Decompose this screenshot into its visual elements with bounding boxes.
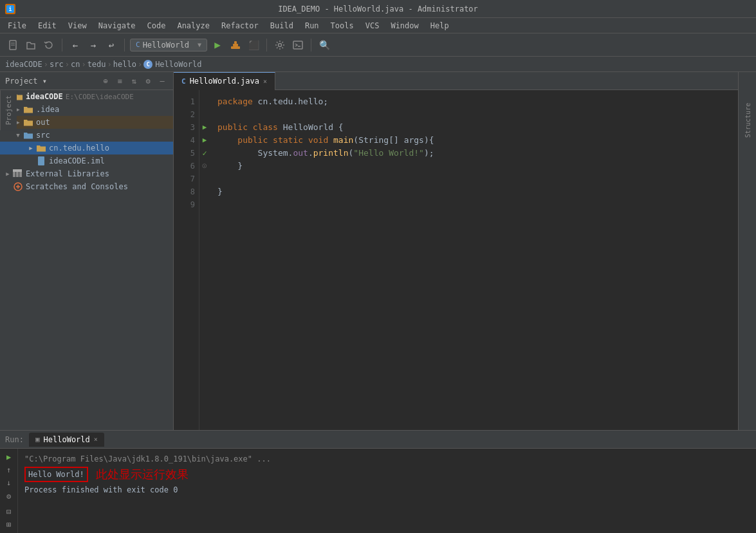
new-file-button[interactable]: [5, 37, 21, 53]
run-output: "C:\Program Files\Java\jdk1.8.0_191\bin\…: [18, 449, 756, 533]
toolbar: ← → ↩ C HelloWorld ▼ ▶ ⬛ 🔍: [0, 33, 756, 57]
run-label: Run:: [5, 435, 24, 444]
terminal-button[interactable]: [290, 37, 306, 53]
window-title: IDEA_DEMO - HelloWorld.java - Administra…: [0, 5, 756, 14]
java-class-icon: C: [143, 60, 152, 69]
run-tab-helloworld[interactable]: ▣ HelloWorld ×: [29, 433, 104, 447]
tree-item-idea[interactable]: ▶ .idea: [0, 103, 173, 116]
tree-item-src[interactable]: ▼ src: [0, 129, 173, 142]
svg-point-8: [279, 43, 282, 46]
run-tab-label: HelloWorld: [44, 435, 90, 444]
menu-run[interactable]: Run: [300, 20, 324, 32]
project-panel-icons: ⊕ ≡ ⇅ ⚙ —: [100, 75, 168, 87]
menu-view[interactable]: View: [63, 20, 92, 32]
run-config-dropdown[interactable]: C HelloWorld ▼: [130, 39, 207, 51]
svg-rect-6: [233, 44, 238, 46]
run-button[interactable]: ▶: [210, 37, 225, 53]
run-settings-button[interactable]: ⚙: [2, 491, 16, 502]
folder-icon-extlibs: [13, 169, 23, 179]
stop-button[interactable]: ⬛: [246, 37, 261, 53]
hello-world-output: Hello World!: [24, 467, 88, 482]
folder-icon-src: [23, 130, 33, 140]
tree-arrow-extlibs: ▶: [3, 171, 13, 177]
main-area: Project ▾ ⊕ ≡ ⇅ ⚙ — ▼ ideaCODE E:\C: [0, 72, 756, 533]
run-tabs: Run: ▣ HelloWorld ×: [0, 431, 756, 449]
refresh-button[interactable]: [41, 37, 57, 53]
code-line-2: [217, 108, 730, 121]
menu-bar: File Edit View Navigate Code Analyze Ref…: [0, 18, 756, 33]
tree-label-iml: ideaCODE.iml: [49, 156, 105, 165]
tree-label-src: src: [36, 131, 50, 140]
toolbar-sep-3: [266, 39, 267, 51]
tree-item-extlibs[interactable]: ▶ External Libraries: [0, 167, 173, 180]
toolbar-sep-4: [311, 39, 311, 51]
tree-item-ideacode[interactable]: ▼ ideaCODE E:\CODE\ideaCODE: [0, 90, 173, 103]
breadcrumb-ideacode[interactable]: ideaCODE: [5, 60, 42, 69]
menu-navigate[interactable]: Navigate: [93, 20, 141, 32]
run-filter-button[interactable]: ⊟: [2, 506, 16, 518]
search-button[interactable]: 🔍: [317, 37, 332, 53]
back-button[interactable]: ←: [68, 37, 83, 53]
code-line-1: package cn.tedu.hello;: [217, 95, 730, 108]
code-content: 1 2 3 4 5 6 7 8 9 ▶ ▶ ✓ ⊙: [174, 90, 738, 430]
run-cmd-line: "C:\Program Files\Java\jdk1.8.0_191\bin\…: [24, 453, 750, 465]
menu-window[interactable]: Window: [385, 20, 423, 32]
forward-button[interactable]: →: [86, 37, 101, 53]
breadcrumb-src[interactable]: src: [50, 60, 64, 69]
menu-code[interactable]: Code: [142, 20, 171, 32]
right-side-icons: Structure: [738, 72, 756, 430]
tree-label-extlibs: External Libraries: [26, 169, 109, 178]
svg-rect-11: [38, 156, 44, 165]
undo-button[interactable]: ↩: [104, 37, 119, 53]
locate-button[interactable]: ⇅: [128, 75, 140, 87]
svg-rect-7: [234, 41, 237, 44]
tree-item-iml[interactable]: ideaCODE.iml: [0, 154, 173, 167]
panel-settings-button[interactable]: ⚙: [142, 75, 154, 87]
run-process-finished: Process finished with exit code 0: [24, 483, 750, 496]
tab-helloworld[interactable]: C HelloWorld.java ×: [174, 72, 275, 90]
breadcrumb-cn[interactable]: cn: [71, 60, 80, 69]
project-vertical-label[interactable]: Project: [0, 90, 17, 130]
breadcrumb-helloworld[interactable]: HelloWorld: [155, 60, 201, 69]
structure-tab[interactable]: Structure: [741, 113, 755, 127]
project-tree: ▼ ideaCODE E:\CODE\ideaCODE ▶ .idea: [0, 90, 173, 430]
breadcrumb-hello[interactable]: hello: [113, 60, 136, 69]
tree-item-out[interactable]: ▶ out: [0, 116, 173, 129]
menu-analyze[interactable]: Analyze: [172, 20, 215, 32]
close-panel-button[interactable]: —: [156, 75, 168, 87]
breadcrumb: ideaCODE › src › cn › tedu › hello › C H…: [0, 57, 756, 72]
menu-vcs[interactable]: VCS: [360, 20, 385, 32]
scratch-icon: [13, 182, 23, 192]
tree-label-scratches: Scratches and Consoles: [26, 182, 128, 191]
run-scroll-down[interactable]: ↓: [2, 477, 16, 489]
menu-refactor[interactable]: Refactor: [216, 20, 264, 32]
settings-button[interactable]: [272, 37, 288, 53]
file-icon-iml: [36, 156, 46, 166]
menu-help[interactable]: Help: [425, 20, 454, 32]
build-button[interactable]: [228, 37, 243, 53]
breadcrumb-tedu[interactable]: tedu: [88, 60, 106, 69]
line-numbers: 1 2 3 4 5 6 7 8 9: [174, 90, 199, 430]
collapse-all-button[interactable]: ≡: [114, 75, 125, 87]
menu-build[interactable]: Build: [265, 20, 299, 32]
run-panel: Run: ▣ HelloWorld × ▶ ↑ ↓ ⚙ ⊟ ⊞ "C:\Prog…: [0, 430, 756, 533]
gutter: ▶ ▶ ✓ ⊙: [199, 90, 210, 430]
tab-close-helloworld[interactable]: ×: [263, 78, 267, 85]
open-button[interactable]: [23, 37, 39, 53]
run-tab-close[interactable]: ×: [94, 436, 98, 443]
menu-edit[interactable]: Edit: [33, 20, 62, 32]
code-line-9: [217, 198, 730, 211]
tree-label-idea: .idea: [36, 105, 59, 114]
run-content: ▶ ↑ ↓ ⚙ ⊟ ⊞ "C:\Program Files\Java\jdk1.…: [0, 449, 756, 533]
svg-rect-13: [16, 172, 19, 177]
run-export-button[interactable]: ⊞: [2, 519, 16, 530]
tree-item-scratches[interactable]: Scratches and Consoles: [0, 180, 173, 193]
menu-file[interactable]: File: [3, 20, 32, 32]
menu-tools[interactable]: Tools: [326, 20, 359, 32]
add-content-button[interactable]: ⊕: [100, 75, 111, 87]
run-side-icons: ▶ ↑ ↓ ⚙ ⊟ ⊞: [0, 449, 18, 533]
tree-item-cn-tedu-hello[interactable]: ▶ cn.tedu.hello: [0, 142, 173, 154]
run-run-button[interactable]: ▶: [2, 451, 16, 463]
run-scroll-up[interactable]: ↑: [2, 464, 16, 476]
code-lines[interactable]: package cn.tedu.hello; public class Hell…: [210, 90, 738, 430]
